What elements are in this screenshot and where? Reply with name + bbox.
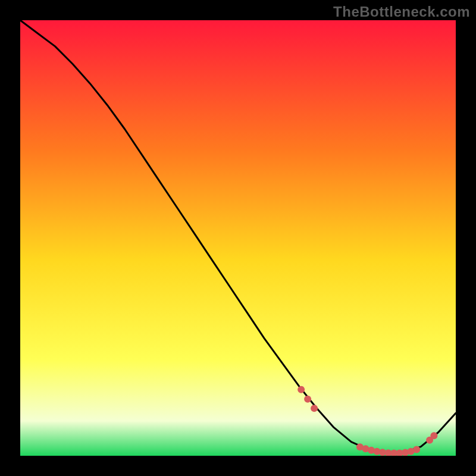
curve-marker [298,386,305,393]
curve-marker [311,405,318,412]
gradient-background [20,20,456,456]
chart-svg [20,20,456,456]
watermark-label: TheBottleneck.com [333,4,470,20]
plot-area [20,20,456,456]
curve-marker [413,446,420,453]
curve-marker [304,396,311,403]
curve-marker [430,432,437,439]
chart-stage: TheBottleneck.com [0,0,476,476]
